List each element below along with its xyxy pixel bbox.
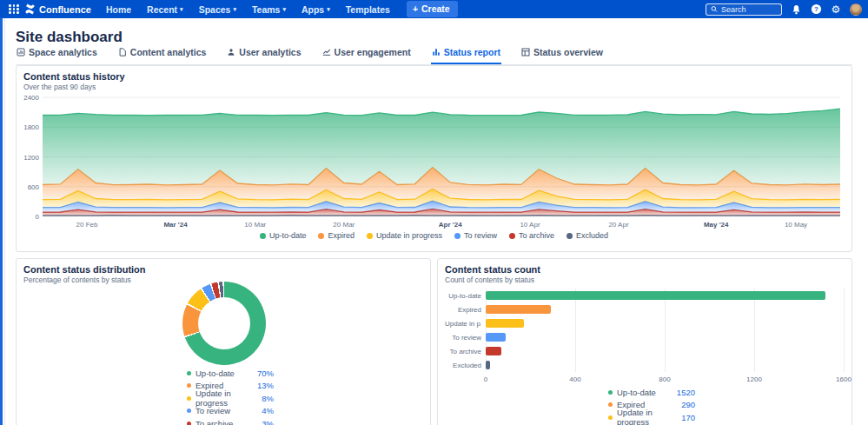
history-chart-legend: Up-to-dateExpiredUpdate in progressTo re… [17,231,851,240]
confluence-logo[interactable]: Confluence [24,3,91,15]
user-avatar[interactable] [850,3,862,16]
legend-item-up-to-date[interactable]: Up-to-date70% [187,367,274,380]
search-icon [711,5,718,13]
chevron-down-icon: ▾ [327,6,330,12]
legend-item-excluded[interactable]: Excluded [567,231,608,240]
chevron-down-icon: ▾ [233,6,236,12]
legend-value: 3% [262,419,274,425]
legend-dot [608,390,613,395]
nav-item-apps[interactable]: Apps▾ [301,4,330,15]
legend-dot [260,233,266,239]
top-navigation-bar: Confluence Home Recent▾ Spaces▾ Teams▾ A… [0,0,868,18]
legend-dot [187,422,191,425]
y-axis-label: 2400 [23,94,39,102]
distribution-chart-subtitle: Percentage of contents by status [23,276,131,284]
legend-label: Up-to-date [195,369,235,378]
legend-value: 8% [262,394,274,403]
app-switcher-icon[interactable] [9,4,19,14]
x-axis-tick-label: 1600 [836,375,851,383]
sidebar-divider [4,18,5,425]
legend-label: Update in progress [617,408,681,425]
bar-to-archive [486,347,501,355]
bar-category-label: To review [445,334,481,342]
legend-label: To review [195,406,230,415]
status-count-bar-chart: Up-to-dateExpiredUpdate in p...To review… [445,289,846,384]
legend-dot [454,233,461,239]
distribution-legend: Up-to-date70%Expired13%Update in progres… [187,367,274,425]
legend-item-up-to-date[interactable]: Up-to-date1520 [608,386,695,399]
legend-dot [187,371,191,375]
legend-label: To archive [195,419,233,425]
legend-item-up-to-date[interactable]: Up-to-date [260,231,307,240]
bar-expired [486,305,551,314]
x-axis-label: Mar '24 [163,221,188,229]
brand-name: Confluence [39,4,91,15]
settings-gear-icon[interactable]: ⚙ [830,3,842,16]
search-input[interactable] [721,5,777,14]
status-distribution-donut-chart [182,282,266,365]
user-analytics-icon [227,48,235,56]
search-box[interactable] [706,3,782,16]
bar-category-label: To archive [445,348,481,355]
nav-right-group: ? ⚙ [706,3,862,16]
tab-content-analytics[interactable]: Content analytics [117,47,208,64]
legend-label: Expired [328,231,354,240]
legend-label: Excluded [576,231,608,240]
tab-status-overview[interactable]: Status overview [520,47,604,64]
bar-category-label: Excluded [445,362,481,369]
plus-icon: + [413,3,418,14]
x-axis-tick-label: 1200 [746,375,762,383]
y-axis-label: 1800 [23,123,39,131]
donut-hole [198,297,250,349]
tab-space-analytics[interactable]: Space analytics [16,47,98,64]
sidebar-accent-rail[interactable] [0,18,3,425]
legend-value: 4% [262,406,274,415]
tab-user-analytics[interactable]: User analytics [226,47,301,64]
x-axis-label: 10 May [785,221,807,229]
notifications-bell-icon[interactable] [790,3,802,16]
nav-item-recent[interactable]: Recent▾ [147,4,183,15]
status-report-icon [432,48,441,56]
tab-status-report[interactable]: Status report [431,47,501,64]
legend-label: To review [464,231,497,240]
nav-item-spaces[interactable]: Spaces▾ [199,4,236,15]
status-overview-icon [521,48,530,56]
count-chart-title: Content status count [445,264,540,275]
bar-category-label: Update in p... [445,320,481,328]
legend-dot [187,396,191,401]
bar-category-label: Up-to-date [445,292,481,300]
y-axis-label: 1200 [23,154,39,162]
create-button[interactable]: + Create [407,1,458,17]
bar-up-to-date [486,291,825,300]
bar-category-label: Expired [445,306,481,314]
legend-item-update-in-progress[interactable]: Update in progress170 [608,411,695,424]
y-axis-label: 600 [28,183,40,191]
nav-item-templates[interactable]: Templates [346,4,390,15]
tab-user-engagement[interactable]: User engagement [321,47,412,64]
svg-text:?: ? [814,5,818,13]
help-icon[interactable]: ? [810,3,822,16]
content-status-history-card: Content status history Over the past 90 … [16,65,852,252]
legend-item-to-archive[interactable]: To archive3% [187,417,274,425]
legend-item-to-archive[interactable]: To archive [509,231,554,240]
legend-item-update-in-progress[interactable]: Update in progress [367,231,442,240]
nav-item-teams[interactable]: Teams▾ [252,4,286,15]
legend-dot [567,233,573,239]
legend-dot [367,233,373,239]
x-gridline [844,289,845,372]
x-axis-tick-label: 0 [484,375,487,383]
y-axis-label: 0 [36,213,40,221]
x-gridline [665,289,666,372]
legend-item-expired[interactable]: Expired [318,231,354,240]
bar-plot-area: 040080012001600 [486,289,844,372]
x-axis-label: 20 Feb [76,221,98,229]
x-gridline [486,289,487,372]
nav-item-home[interactable]: Home [106,4,131,15]
legend-label: Update in progress [376,231,442,240]
count-legend: Up-to-date1520Expired290Update in progre… [608,386,695,424]
legend-item-to-review[interactable]: To review [454,231,497,240]
legend-dot [608,402,613,407]
legend-item-update-in-progress[interactable]: Update in progress8% [187,392,274,405]
x-axis-label: 20 Apr [608,221,628,229]
legend-value: 170 [681,413,695,422]
